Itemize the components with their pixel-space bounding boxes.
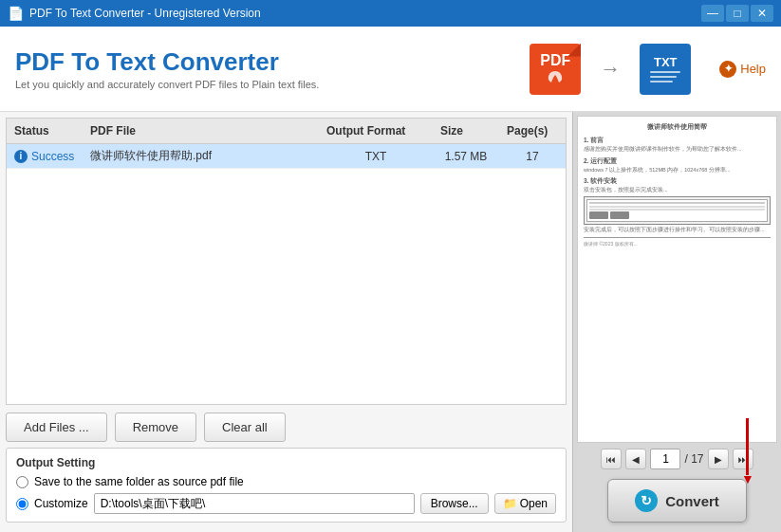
txt-line-1 xyxy=(650,71,680,73)
preview-section-3: 3. 软件安装 双击安装包，按照提示完成安装... xyxy=(584,176,771,233)
app-subtitle: Let you quickly and accurately convert P… xyxy=(15,79,530,90)
customize-radio[interactable] xyxy=(16,498,28,510)
preview-text-3: 双击安装包，按照提示完成安装... xyxy=(584,187,771,194)
convert-icon: ↻ xyxy=(635,489,658,512)
minimize-button[interactable]: — xyxy=(701,5,724,22)
cell-pages: 17 xyxy=(499,146,566,167)
app-title: PDF To Text Converter xyxy=(15,47,530,77)
preview-text-1: 感谢您购买并使用微讲师课件制作软件，为帮助您了解本软件... xyxy=(584,146,771,154)
help-label: Help xyxy=(740,62,766,76)
col-format: Output Format xyxy=(319,122,433,139)
app-icon: 📄 xyxy=(8,6,24,21)
convert-button[interactable]: ↻ Convert xyxy=(607,479,747,523)
red-arrow-indicator xyxy=(746,418,749,475)
preview-title: 微讲师软件使用简帮 xyxy=(584,122,771,132)
customize-label: Customize xyxy=(34,497,88,510)
table-header: Status PDF File Output Format Size Page(… xyxy=(7,119,566,144)
preview-inner xyxy=(586,199,768,222)
close-button[interactable]: ✕ xyxy=(751,5,773,22)
output-title: Output Setting xyxy=(16,456,556,469)
open-label: Open xyxy=(520,497,548,510)
preview-text-2: windows 7 以上操作系统，512MB 内存，1024x768 分辨率..… xyxy=(584,167,771,174)
cell-filename: 微讲师软件使用帮助.pdf xyxy=(83,144,319,168)
cell-status: i Success xyxy=(7,146,83,167)
next-page-button[interactable]: ▶ xyxy=(708,449,729,469)
cell-size: 1.57 MB xyxy=(433,146,499,167)
browse-button[interactable]: Browse... xyxy=(420,493,489,514)
table-row[interactable]: i Success 微讲师软件使用帮助.pdf TXT 1.57 MB 17 xyxy=(7,144,566,169)
cell-format: TXT xyxy=(319,146,433,167)
help-button[interactable]: ✦ Help xyxy=(719,61,766,78)
convert-label: Convert xyxy=(665,493,719,509)
pdf-label: PDF xyxy=(540,52,570,69)
maximize-button[interactable]: □ xyxy=(726,5,749,22)
table-body: i Success 微讲师软件使用帮助.pdf TXT 1.57 MB 17 xyxy=(7,144,566,403)
add-files-button[interactable]: Add Files ... xyxy=(6,413,107,442)
same-folder-row: Save to the same folder as source pdf fi… xyxy=(16,475,556,488)
col-size: Size xyxy=(433,122,499,139)
content-area: Status PDF File Output Format Size Page(… xyxy=(0,112,781,532)
page-number-input[interactable] xyxy=(650,449,680,469)
folder-icon: 📁 xyxy=(503,497,517,510)
preview-area: 微讲师软件使用简帮 1. 前言 感谢您购买并使用微讲师课件制作软件，为帮助您了解… xyxy=(577,116,777,443)
same-folder-label: Save to the same folder as source pdf fi… xyxy=(34,475,244,488)
preview-section-2: 2. 运行配置 windows 7 以上操作系统，512MB 内存，1024x7… xyxy=(584,156,771,174)
status-success: i Success xyxy=(14,150,75,163)
convert-area: ↻ Convert xyxy=(577,475,777,528)
col-filename: PDF File xyxy=(83,122,319,139)
col-pages: Page(s) xyxy=(499,122,566,139)
txt-line-2 xyxy=(650,76,677,78)
preview-text-3b: 安装完成后，可以按照下面步骤进行操作和学习。可以按照安装的步骤... xyxy=(584,227,771,234)
prev-page-button[interactable]: ◀ xyxy=(625,449,646,469)
header-icons: PDF → TXT ✦ Help xyxy=(530,44,766,95)
page-total: / 17 xyxy=(684,452,703,466)
clear-all-button[interactable]: Clear all xyxy=(204,413,286,442)
same-folder-radio[interactable] xyxy=(16,476,28,488)
preview-heading-1: 1. 前言 xyxy=(584,136,771,144)
preview-section-1: 1. 前言 感谢您购买并使用微讲师课件制作软件，为帮助您了解本软件... xyxy=(584,136,771,154)
txt-label: TXT xyxy=(654,55,678,69)
left-panel: Status PDF File Output Format Size Page(… xyxy=(0,112,572,532)
col-status: Status xyxy=(7,122,83,139)
window-controls: — □ ✕ xyxy=(701,5,773,22)
header: PDF To Text Converter Let you quickly an… xyxy=(0,27,781,112)
txt-icon: TXT xyxy=(640,44,691,95)
acrobat-icon xyxy=(544,69,567,86)
pdf-icon: PDF xyxy=(530,44,581,95)
info-icon: i xyxy=(14,150,28,163)
customize-row: Customize Browse... 📁 Open xyxy=(16,493,556,514)
titlebar: 📄 PDF To Text Converter - Unregistered V… xyxy=(0,0,781,27)
txt-line-3 xyxy=(650,81,673,83)
txt-decoration xyxy=(650,71,680,83)
first-page-button[interactable]: ⏮ xyxy=(601,449,622,469)
preview-content: 微讲师软件使用简帮 1. 前言 感谢您购买并使用微讲师课件制作软件，为帮助您了解… xyxy=(584,122,771,248)
remove-button[interactable]: Remove xyxy=(115,413,196,442)
help-icon: ✦ xyxy=(719,61,736,78)
preview-screenshot-box xyxy=(584,196,771,225)
status-label: Success xyxy=(31,150,74,163)
output-settings: Output Setting Save to the same folder a… xyxy=(6,448,567,523)
header-left: PDF To Text Converter Let you quickly an… xyxy=(15,47,530,90)
action-buttons: Add Files ... Remove Clear all xyxy=(6,405,567,448)
open-button[interactable]: 📁 Open xyxy=(494,493,556,514)
preview-heading-2: 2. 运行配置 xyxy=(584,156,771,165)
last-page-button[interactable]: ⏭ xyxy=(733,449,753,469)
main-container: PDF To Text Converter Let you quickly an… xyxy=(0,27,781,532)
window-title: PDF To Text Converter - Unregistered Ver… xyxy=(29,7,701,20)
preview-footer: 微讲师 ©2023 版权所有... xyxy=(584,241,771,248)
file-table: Status PDF File Output Format Size Page(… xyxy=(6,118,567,405)
convert-arrow-icon: → xyxy=(600,57,621,82)
preview-heading-3: 3. 软件安装 xyxy=(584,176,771,185)
preview-divider xyxy=(584,237,771,238)
right-panel: 微讲师软件使用简帮 1. 前言 感谢您购买并使用微讲师课件制作软件，为帮助您了解… xyxy=(572,112,781,532)
output-path-input[interactable] xyxy=(94,493,415,514)
